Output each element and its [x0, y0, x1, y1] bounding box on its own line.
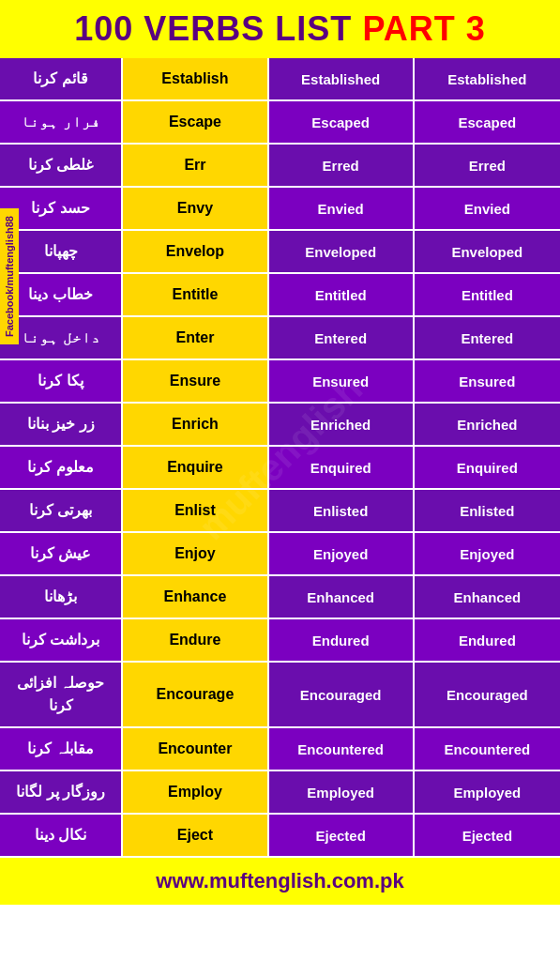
base-verb-cell: Escape [123, 101, 268, 143]
urdu-cell: معلوم کرنا [0, 447, 123, 488]
past2-cell: Employed [415, 771, 560, 813]
urdu-cell: قائم کرنا [0, 58, 123, 99]
table-row: زر خیز بناناEnrichEnrichedEnriched [0, 404, 560, 447]
table-row: چھپاناEnvelopEnvelopedEnveloped [0, 231, 560, 274]
past2-cell: Encouraged [415, 663, 560, 726]
base-verb-cell: Envy [123, 188, 268, 229]
base-verb-cell: Encounter [123, 728, 268, 770]
urdu-cell: مقابلہ کرنا [0, 728, 123, 770]
past1-cell: Enriched [269, 404, 415, 445]
base-verb-cell: Enter [123, 317, 268, 358]
base-verb-cell: Ensure [123, 360, 268, 402]
urdu-cell: فرار ہونا [0, 101, 123, 143]
urdu-cell: بھرتی کرنا [0, 490, 123, 531]
urdu-cell: بڑھانا [0, 576, 123, 618]
past2-cell: Escaped [415, 101, 560, 143]
past2-cell: Envied [415, 188, 560, 229]
table-row: خطاب دیناEntitleEntitledEntitled [0, 274, 560, 317]
base-verb-cell: Establish [123, 58, 268, 99]
header-prefix: 100 VERBS LIST [74, 9, 362, 48]
base-verb-cell: Endure [123, 619, 268, 661]
base-verb-cell: Enquire [123, 447, 268, 488]
urdu-cell: پکا کرنا [0, 360, 123, 402]
past1-cell: Ensured [269, 360, 415, 402]
past1-cell: Erred [269, 145, 415, 186]
base-verb-cell: Err [123, 145, 268, 186]
past2-cell: Ejected [415, 815, 560, 856]
urdu-cell: برداشت کرنا [0, 619, 123, 661]
past1-cell: Endured [269, 619, 415, 661]
header: 100 VERBS LIST PART 3 [0, 0, 560, 58]
urdu-cell: روزگار پر لگانا [0, 771, 123, 813]
past2-cell: Ensured [415, 360, 560, 402]
past2-cell: Entitled [415, 274, 560, 315]
verbs-table: قائم کرناEstablishEstablishedEstablished… [0, 58, 560, 858]
past1-cell: Entitled [269, 274, 415, 315]
base-verb-cell: Enlist [123, 490, 268, 531]
base-verb-cell: Entitle [123, 274, 268, 315]
past1-cell: Encouraged [269, 663, 415, 726]
past2-cell: Erred [415, 145, 560, 186]
header-part: PART 3 [362, 9, 485, 48]
table-row: حسد کرناEnvyEnviedEnvied [0, 188, 560, 231]
base-verb-cell: Envelop [123, 231, 268, 272]
base-verb-cell: Eject [123, 815, 268, 856]
past2-cell: Enjoyed [415, 533, 560, 574]
table-row: عیش کرناEnjoyEnjoyedEnjoyed [0, 533, 560, 576]
past2-cell: Enriched [415, 404, 560, 445]
past2-cell: Enveloped [415, 231, 560, 272]
header-title: 100 VERBS LIST PART 3 [74, 9, 485, 48]
past1-cell: Enjoyed [269, 533, 415, 574]
past1-cell: Enveloped [269, 231, 415, 272]
past2-cell: Enquired [415, 447, 560, 488]
base-verb-cell: Encourage [123, 663, 268, 726]
footer: www.muftenglish.com.pk [0, 858, 560, 905]
urdu-cell: نکال دینا [0, 815, 123, 856]
table-row: داخل ہوناEnterEnteredEntered [0, 317, 560, 360]
table-container: muftenglish Facebook/muftenglish88 قائم … [0, 58, 560, 858]
table-row: برداشت کرناEndureEnduredEndured [0, 619, 560, 663]
base-verb-cell: Employ [123, 771, 268, 813]
table-row: نکال دیناEjectEjectedEjected [0, 815, 560, 858]
table-row: بھرتی کرناEnlistEnlistedEnlisted [0, 490, 560, 533]
table-row: روزگار پر لگاناEmployEmployedEmployed [0, 771, 560, 815]
table-row: معلوم کرناEnquireEnquiredEnquired [0, 447, 560, 490]
past2-cell: Entered [415, 317, 560, 358]
table-row: حوصلہ افزائی کرناEncourageEncouragedEnco… [0, 663, 560, 728]
past2-cell: Established [415, 58, 560, 99]
past1-cell: Established [269, 58, 415, 99]
table-row: فرار ہوناEscapeEscapedEscaped [0, 101, 560, 145]
past2-cell: Enhanced [415, 576, 560, 618]
table-row: بڑھاناEnhanceEnhancedEnhanced [0, 576, 560, 619]
past1-cell: Envied [269, 188, 415, 229]
table-row: غلطی کرناErrErredErred [0, 145, 560, 188]
base-verb-cell: Enrich [123, 404, 268, 445]
past1-cell: Employed [269, 771, 415, 813]
table-row: قائم کرناEstablishEstablishedEstablished [0, 58, 560, 101]
footer-url[interactable]: www.muftenglish.com.pk [156, 869, 403, 892]
past1-cell: Encountered [269, 728, 415, 770]
table-row: مقابلہ کرناEncounterEncounteredEncounter… [0, 728, 560, 771]
table-row: پکا کرناEnsureEnsuredEnsured [0, 360, 560, 404]
base-verb-cell: Enjoy [123, 533, 268, 574]
past1-cell: Enquired [269, 447, 415, 488]
facebook-tab: Facebook/muftenglish88 [0, 208, 19, 344]
urdu-cell: حوصلہ افزائی کرنا [0, 663, 123, 726]
past2-cell: Encountered [415, 728, 560, 770]
past2-cell: Enlisted [415, 490, 560, 531]
past1-cell: Enhanced [269, 576, 415, 618]
urdu-cell: زر خیز بنانا [0, 404, 123, 445]
past1-cell: Ejected [269, 815, 415, 856]
base-verb-cell: Enhance [123, 576, 268, 618]
urdu-cell: غلطی کرنا [0, 145, 123, 186]
past1-cell: Entered [269, 317, 415, 358]
past2-cell: Endured [415, 619, 560, 661]
past1-cell: Enlisted [269, 490, 415, 531]
urdu-cell: عیش کرنا [0, 533, 123, 574]
past1-cell: Escaped [269, 101, 415, 143]
